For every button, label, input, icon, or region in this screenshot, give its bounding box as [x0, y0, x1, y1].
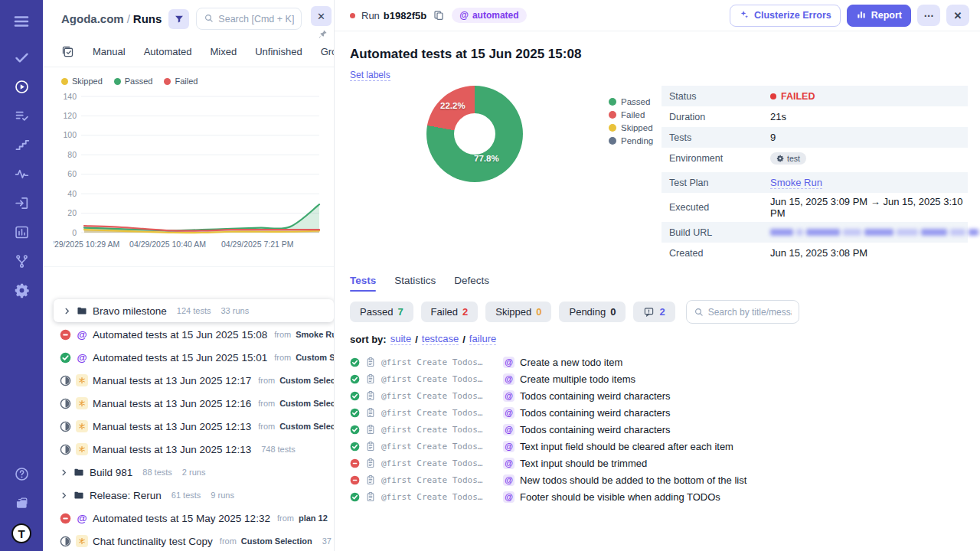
manual-icon: [76, 374, 88, 386]
run-row[interactable]: Manual tests at 13 Jun 2025 12:17fromCus…: [43, 369, 334, 392]
tab-unfinished[interactable]: Unfinished: [255, 46, 302, 57]
from-label: from: [258, 399, 275, 408]
report-button[interactable]: Report: [847, 5, 911, 27]
filter-chip-comments[interactable]: 2: [633, 302, 675, 322]
test-row[interactable]: @first Create Todos…@Text input should b…: [350, 455, 968, 471]
run-row[interactable]: Manual tests at 13 Jun 2025 12:16fromCus…: [43, 392, 334, 415]
chevron-right-icon[interactable]: [63, 307, 71, 315]
pin-panel-icon[interactable]: [318, 28, 328, 38]
info-row-created: CreatedJun 15, 2025 3:08 PM: [662, 243, 968, 263]
suites-icon[interactable]: [0, 101, 43, 130]
automated-icon: @: [76, 352, 88, 364]
environment-badge[interactable]: test: [770, 152, 806, 165]
tab-manual[interactable]: Manual: [93, 46, 126, 57]
test-row[interactable]: @first Create Todos…@Todos containing we…: [350, 387, 968, 404]
import-icon[interactable]: [0, 188, 43, 217]
automated-icon: @: [503, 441, 514, 452]
filter-button[interactable]: [168, 9, 189, 29]
run-row[interactable]: @Automated tests at 15 Jun 2025 15:08fro…: [43, 323, 334, 346]
run-row[interactable]: Manual tests at 13 Jun 2025 12:13fromCus…: [43, 415, 334, 438]
runs-filter-tabs: ManualAutomatedMixedUnfinishedGroups: [43, 37, 334, 67]
sort-by-testcase[interactable]: testcase: [422, 333, 459, 345]
legend-item-passed[interactable]: Passed: [114, 77, 153, 86]
test-row[interactable]: @first Create Todos…@Todos containing we…: [350, 421, 968, 438]
analytics-icon[interactable]: [0, 217, 43, 246]
test-row[interactable]: @first Create Todos…@Create a new todo i…: [350, 354, 968, 370]
test-row[interactable]: @first Create Todos…@New todos should be…: [350, 471, 968, 488]
test-plan-link[interactable]: Smoke Run: [770, 177, 822, 189]
clipboard-icon: [365, 441, 376, 452]
sort-by-suite[interactable]: suite: [390, 333, 411, 345]
select-all-icon[interactable]: [61, 45, 74, 58]
help-icon[interactable]: [0, 459, 43, 488]
chevron-right-icon[interactable]: [60, 491, 68, 500]
tab-defects[interactable]: Defects: [454, 275, 489, 292]
settings-icon[interactable]: [0, 276, 43, 305]
clipboard-icon: [365, 458, 376, 468]
section-name: Runs: [133, 12, 162, 25]
tasks-icon[interactable]: [0, 43, 43, 72]
test-row[interactable]: @first Create Todos…@Todos containing we…: [350, 404, 968, 421]
svg-text:140: 140: [63, 92, 77, 101]
sort-label: sort by:: [350, 334, 387, 345]
search-box[interactable]: [196, 8, 302, 30]
legend-dot: [114, 78, 121, 85]
run-group-row[interactable]: Build 98188 tests2 runs: [43, 461, 334, 484]
detail-close-button[interactable]: ✕: [946, 5, 969, 26]
run-row[interactable]: Manual tests at 13 Jun 2025 12:13748 tes…: [43, 438, 334, 461]
test-search-input[interactable]: [708, 307, 792, 318]
filter-chip-skipped[interactable]: Skipped0: [485, 302, 551, 322]
run-row[interactable]: Chat functinality test CopyfromCustom Se…: [43, 530, 334, 551]
filter-chip-pending[interactable]: Pending0: [559, 302, 626, 322]
legend-item-skipped[interactable]: Skipped: [61, 77, 103, 86]
tab-mixed[interactable]: Mixed: [211, 46, 237, 57]
more-actions-button[interactable]: ⋯: [917, 5, 940, 26]
tab-groups[interactable]: Groups: [321, 46, 335, 57]
set-labels-link[interactable]: Set labels: [350, 70, 390, 81]
automated-icon: @: [503, 373, 514, 385]
tab-tests[interactable]: Tests: [350, 275, 376, 292]
run-detail-content: Automated tests at 15 Jun 2025 15:08 Set…: [335, 31, 980, 505]
automated-icon: @: [503, 390, 514, 402]
clusterize-errors-button[interactable]: Clusterize Errors: [730, 5, 841, 27]
copy-icon[interactable]: [433, 9, 446, 22]
group-tests-count: 88 tests: [142, 468, 172, 477]
branches-icon[interactable]: [0, 246, 43, 276]
run-row[interactable]: @Automated tests at 15 May 2025 12:32fro…: [43, 507, 334, 530]
test-suite-path: @first Create Todos…: [381, 391, 498, 401]
project-name[interactable]: Agoda.com: [61, 12, 124, 25]
test-row[interactable]: @first Create Todos…@Create multiple tod…: [350, 370, 968, 387]
legend-dot: [61, 78, 68, 85]
steps-icon[interactable]: [0, 130, 43, 159]
group-tests-count: 124 tests: [177, 306, 211, 315]
run-group-row[interactable]: Bravo milestone124 tests33 runs: [54, 299, 334, 322]
info-row-executed: ExecutedJun 15, 2025 3:09 PM → Jun 15, 2…: [662, 193, 968, 222]
app-logo[interactable]: T: [11, 523, 31, 543]
result-filters: Passed7Failed2Skipped0Pending02: [350, 300, 968, 324]
svg-text:/29/2025 10:29 AM: /29/2025 10:29 AM: [54, 240, 119, 249]
filter-chip-passed[interactable]: Passed7: [350, 302, 413, 322]
pulse-icon[interactable]: [0, 159, 43, 188]
chevron-right-icon[interactable]: [60, 468, 68, 477]
test-search-box[interactable]: [686, 300, 799, 324]
run-title: Automated tests at 15 Jun 2025 15:08: [93, 329, 267, 341]
automated-icon: @: [503, 458, 514, 469]
run-group-row[interactable]: Release: Rerun61 tests9 runs: [43, 484, 334, 507]
search-input[interactable]: [218, 14, 294, 24]
panel-close-button[interactable]: ✕: [311, 6, 332, 26]
sort-by-failure[interactable]: failure: [469, 333, 496, 345]
automated-icon: @: [503, 474, 514, 486]
legend-item-failed[interactable]: Failed: [164, 77, 198, 86]
donut-legend-item-passed: Passed: [609, 97, 653, 106]
automated-label-badge[interactable]: @ automated: [452, 8, 526, 23]
test-row[interactable]: @first Create Todos…@Footer should be vi…: [350, 488, 968, 505]
runs-icon[interactable]: [0, 72, 43, 101]
tab-statistics[interactable]: Statistics: [394, 275, 436, 292]
filter-chip-failed[interactable]: Failed2: [421, 302, 479, 322]
tab-automated[interactable]: Automated: [144, 46, 192, 57]
menu-icon[interactable]: [0, 5, 43, 38]
run-row[interactable]: @Automated tests at 15 Jun 2025 15:01fro…: [43, 346, 334, 369]
test-row[interactable]: @first Create Todos…@Text input field sh…: [350, 438, 968, 455]
status-passed-icon: [350, 425, 360, 435]
projects-icon[interactable]: [0, 488, 43, 517]
